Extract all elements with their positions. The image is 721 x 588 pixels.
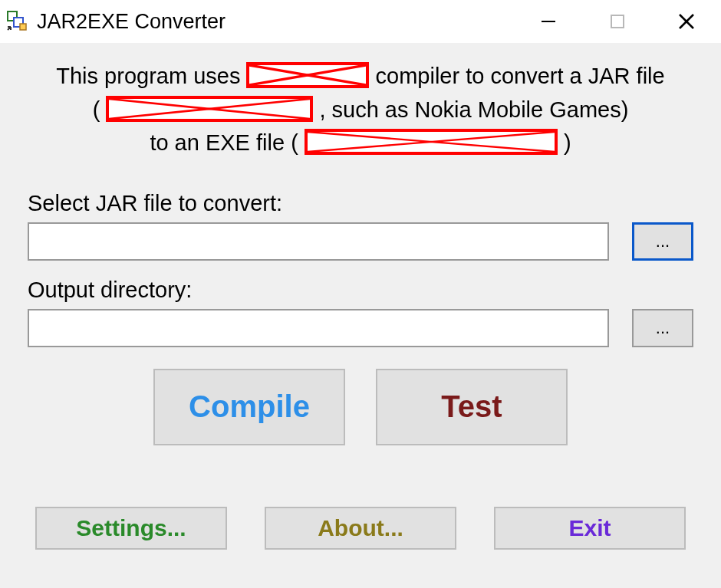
redacted-compiler-name (246, 62, 369, 88)
titlebar: JAR2EXE Converter (0, 0, 721, 43)
intro-part6: ) (564, 130, 571, 155)
redacted-jar-desc (106, 96, 313, 122)
maximize-icon (610, 14, 625, 29)
intro-part3: ( (93, 97, 107, 122)
content-area: This program uses compiler to convert a … (0, 43, 721, 568)
close-icon (677, 12, 696, 31)
intro-text: This program uses compiler to convert a … (28, 60, 693, 160)
compile-button[interactable]: Compile (153, 369, 345, 445)
maximize-button (583, 0, 652, 43)
settings-button[interactable]: Settings... (35, 507, 227, 550)
intro-part5: to an EXE file ( (150, 130, 305, 155)
redacted-exe-desc (305, 129, 558, 155)
jar-input[interactable] (28, 222, 609, 261)
svg-rect-4 (611, 15, 624, 28)
about-button[interactable]: About... (265, 507, 456, 550)
intro-part1: This program uses (56, 64, 246, 88)
window-title: JAR2EXE Converter (37, 10, 226, 34)
close-button[interactable] (652, 0, 721, 43)
main-buttons: Compile Test (28, 369, 693, 445)
jar-field-group: Select JAR file to convert: ... (28, 191, 693, 261)
output-browse-button[interactable]: ... (632, 309, 693, 347)
test-button[interactable]: Test (376, 369, 568, 445)
minimize-button[interactable] (514, 0, 583, 43)
minimize-icon (540, 13, 557, 30)
app-icon (6, 10, 29, 33)
output-field-group: Output directory: ... (28, 278, 693, 347)
exit-button[interactable]: Exit (494, 507, 686, 550)
window-controls (514, 0, 721, 43)
output-label: Output directory: (28, 278, 693, 303)
bottom-buttons: Settings... About... Exit (28, 507, 693, 550)
titlebar-left: JAR2EXE Converter (6, 10, 226, 34)
svg-rect-2 (20, 24, 26, 30)
jar-label: Select JAR file to convert: (28, 191, 693, 216)
jar-browse-button[interactable]: ... (632, 222, 693, 261)
intro-part4: , such as Nokia Mobile Games) (319, 97, 628, 122)
intro-part2: compiler to convert a JAR file (376, 64, 665, 88)
output-input[interactable] (28, 309, 609, 347)
